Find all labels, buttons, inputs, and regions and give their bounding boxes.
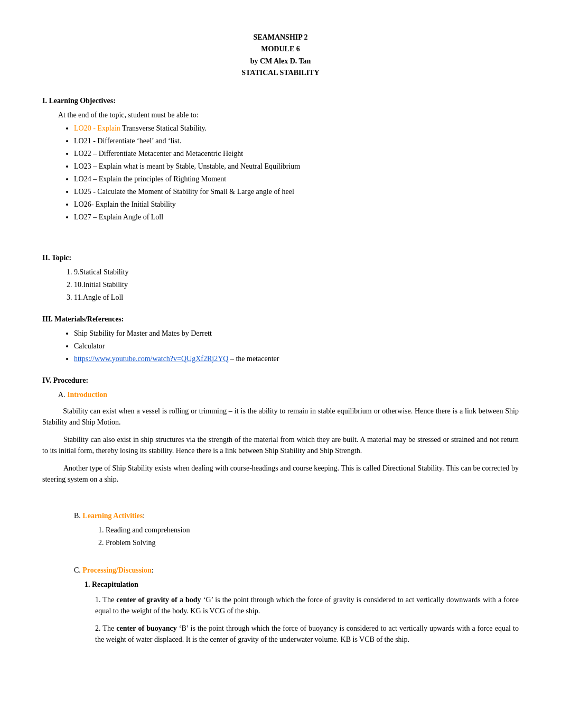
section1-title: I. Learning Objectives: <box>42 95 519 106</box>
recap-item-1: 1. The center of gravity of a body ‘G’ i… <box>95 594 519 616</box>
materials-list: Ship Stability for Master and Mates by D… <box>74 328 519 364</box>
sub-section-b: B. Learning Activities: <box>74 510 519 521</box>
list-item: LO27 – Explain Angle of Loll <box>74 211 519 223</box>
bold-term-2: center of buoyancy <box>116 624 177 632</box>
section1-intro: At the end of the topic, student must be… <box>58 109 519 121</box>
sub-a-heading: Introduction <box>67 391 107 399</box>
lo20-highlight: LO20 - Explain <box>74 124 120 132</box>
sub-c-label: C. <box>74 566 82 574</box>
list-item: https://www.youtube.com/watch?v=QUgXf2Rj… <box>74 353 519 364</box>
list-item: 9.Statical Stability <box>74 266 519 278</box>
list-item: Reading and comprehension <box>106 524 519 536</box>
header-line1: SEAMANSHIP 2 <box>42 32 519 43</box>
sub-c-colon: : <box>152 566 154 574</box>
objectives-list: LO20 - Explain Transverse Statical Stabi… <box>74 123 519 223</box>
intro-para1: Stability can exist when a vessel is rol… <box>42 406 519 428</box>
section4-title: IV. Procedure: <box>42 375 519 386</box>
header-line3: by CM Alex D. Tan <box>42 56 519 67</box>
section2-title: II. Topic: <box>42 252 519 263</box>
section-topic: II. Topic: 9.Statical Stability 10.Initi… <box>42 252 519 303</box>
learning-activities-list: Reading and comprehension Problem Solvin… <box>106 524 519 548</box>
youtube-link[interactable]: https://www.youtube.com/watch?v=QUgXf2Rj… <box>74 355 228 363</box>
list-item: LO23 – Explain what is meant by Stable, … <box>74 161 519 172</box>
list-item: 10.Initial Stability <box>74 279 519 290</box>
document-header: SEAMANSHIP 2 MODULE 6 by CM Alex D. Tan … <box>42 32 519 79</box>
lo20-rest: Transverse Statical Stability. <box>120 124 207 132</box>
intro-para3: Another type of Ship Stability exists wh… <box>42 463 519 485</box>
list-item: Ship Stability for Master and Mates by D… <box>74 328 519 339</box>
sub-section-c: C. Processing/Discussion: <box>74 565 519 576</box>
list-item: LO26- Explain the Initial Stability <box>74 199 519 210</box>
bold-term-1: center of gravity of a body <box>116 596 201 604</box>
sub-a-label: A. <box>58 391 67 399</box>
section3-title: III. Materials/References: <box>42 314 519 325</box>
recapitulation-title: 1. Recapitulation <box>85 579 519 590</box>
section-learning-objectives: I. Learning Objectives: At the end of th… <box>42 95 519 223</box>
sub-b-colon: : <box>143 512 145 520</box>
sub-b-label: B. <box>74 512 82 520</box>
topic-list: 9.Statical Stability 10.Initial Stabilit… <box>74 266 519 303</box>
header-line2: MODULE 6 <box>42 43 519 55</box>
sub-section-a: A. Introduction <box>58 389 519 400</box>
list-item: Calculator <box>74 340 519 352</box>
recap-item-2: 2. The center of buoyancy ‘B’ is the poi… <box>95 623 519 645</box>
sub-c-heading: Processing/Discussion <box>82 566 151 574</box>
list-item: LO24 – Explain the principles of Rightin… <box>74 173 519 185</box>
list-item: Problem Solving <box>106 537 519 548</box>
list-item: LO20 - Explain Transverse Statical Stabi… <box>74 123 519 134</box>
header-line4: STATICAL STABILITY <box>42 67 519 79</box>
section-materials: III. Materials/References: Ship Stabilit… <box>42 314 519 364</box>
list-item: LO25 - Calculate the Moment of Stability… <box>74 186 519 197</box>
sub-b-heading: Learning Activities <box>82 512 143 520</box>
list-item: 11.Angle of Loll <box>74 292 519 303</box>
link-suffix: – the metacenter <box>228 355 279 363</box>
list-item: LO22 – Differentiate Metacenter and Meta… <box>74 148 519 159</box>
section-procedure: IV. Procedure: A. Introduction Stability… <box>42 375 519 645</box>
intro-para2: Stability can also exist in ship structu… <box>42 434 519 456</box>
list-item: LO21 - Differentiate ‘heel’ and ‘list. <box>74 135 519 146</box>
